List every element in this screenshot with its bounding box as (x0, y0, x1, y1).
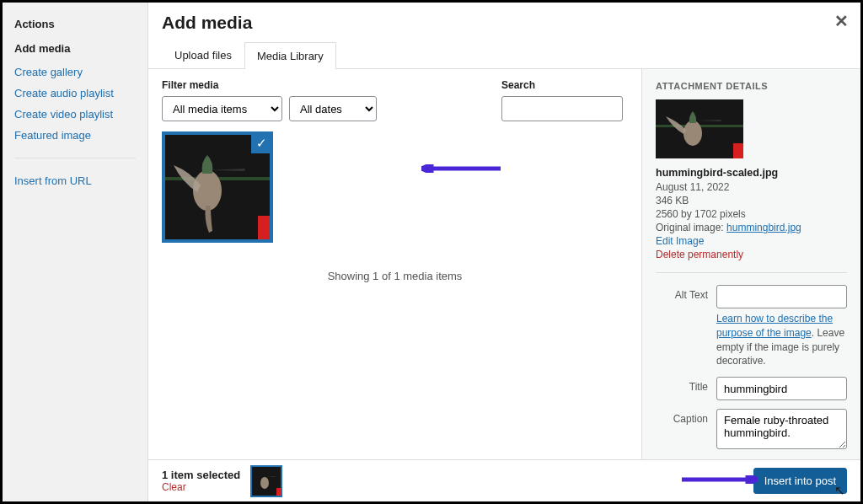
sidebar-item-create-video-playlist[interactable]: Create video playlist (14, 104, 136, 125)
attachment-dimensions: 2560 by 1702 pixels (656, 208, 847, 220)
close-icon[interactable]: ✕ (834, 11, 849, 31)
svg-point-6 (683, 121, 702, 146)
filter-media-label: Filter media (162, 79, 377, 91)
delete-permanently-link[interactable]: Delete permanently (656, 249, 743, 260)
media-thumbnail[interactable]: ✓ (162, 131, 273, 243)
sidebar-item-create-gallery[interactable]: Create gallery (14, 62, 136, 83)
attachment-details-heading: ATTACHMENT DETAILS (656, 81, 847, 91)
sidebar-item-insert-from-url[interactable]: Insert from URL (14, 170, 136, 191)
main-panel: ✕ Add media Upload files Media Library F… (148, 3, 860, 501)
attachment-filename: hummingbird-scaled.jpg (656, 167, 847, 179)
tab-upload-files[interactable]: Upload files (162, 41, 244, 68)
sidebar-section-add-media: Add media (14, 42, 136, 55)
alt-text-input[interactable] (716, 285, 847, 308)
sidebar-item-featured-image[interactable]: Featured image (14, 125, 136, 146)
cursor-icon: ↖ (834, 483, 845, 498)
edit-image-link[interactable]: Edit Image (656, 235, 704, 247)
detail-thumbnail (656, 99, 743, 158)
attachment-date: August 11, 2022 (656, 181, 847, 193)
selected-mini-thumbnail[interactable] (250, 465, 282, 497)
details-divider (656, 272, 847, 273)
attachment-details-panel: ATTACHMENT DETAILS hummingbird-scaled.jp… (641, 69, 860, 459)
sidebar-divider (14, 158, 136, 158)
modal-title: Add media (162, 13, 847, 33)
clear-selection-link[interactable]: Clear (162, 481, 240, 493)
actions-sidebar: Actions Add media Create gallery Create … (3, 3, 148, 501)
svg-marker-14 (748, 475, 758, 484)
showing-count: Showing 1 of 1 media items (162, 270, 628, 282)
title-input[interactable] (716, 377, 847, 400)
search-input[interactable] (501, 96, 623, 121)
media-modal: Actions Add media Create gallery Create … (0, 0, 863, 504)
caption-textarea[interactable] (716, 409, 847, 449)
media-library-area: Filter media All media items All dates S… (148, 69, 641, 459)
filter-media-type-select[interactable]: All media items (162, 96, 282, 121)
filter-date-select[interactable]: All dates (289, 96, 377, 121)
alt-text-helper: Learn how to describe the purpose of the… (716, 312, 847, 368)
title-label: Title (656, 377, 708, 400)
annotation-arrow-1 (421, 164, 501, 173)
sidebar-heading: Actions (14, 18, 136, 30)
alt-text-label: Alt Text (656, 285, 708, 368)
insert-into-post-button[interactable]: Insert into post (753, 468, 847, 494)
annotation-arrow-2 (682, 475, 758, 484)
attachment-size: 346 KB (656, 195, 847, 206)
caption-label: Caption (656, 409, 708, 452)
svg-rect-7 (733, 143, 743, 158)
svg-point-9 (260, 477, 269, 489)
svg-rect-10 (276, 488, 281, 496)
search-label: Search (501, 79, 623, 91)
svg-rect-3 (258, 216, 270, 239)
sidebar-item-create-audio-playlist[interactable]: Create audio playlist (14, 83, 136, 104)
tabs: Upload files Media Library (148, 41, 860, 69)
svg-marker-12 (421, 164, 432, 173)
attachment-original: Original image: hummingbird.jpg (656, 222, 847, 233)
selection-count: 1 item selected (162, 469, 240, 481)
tab-media-library[interactable]: Media Library (244, 42, 336, 69)
check-icon: ✓ (251, 133, 271, 153)
original-image-link[interactable]: hummingbird.jpg (726, 222, 801, 233)
